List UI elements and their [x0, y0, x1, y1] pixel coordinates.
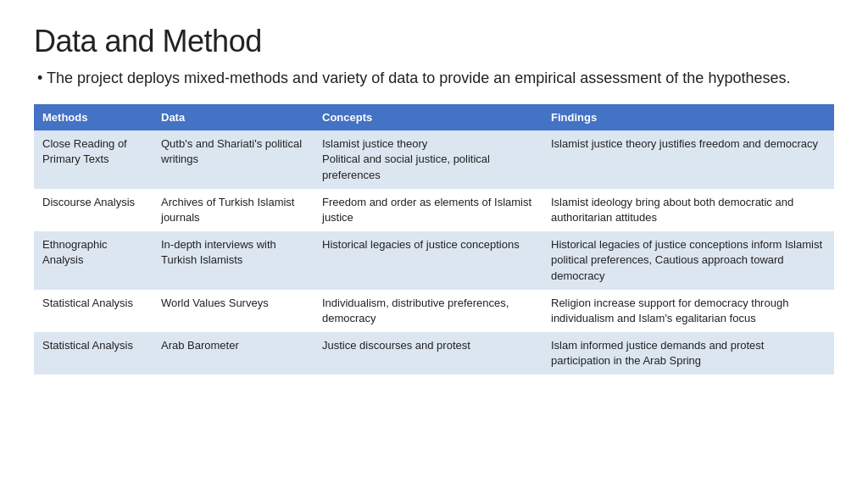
table-row: Close Reading of Primary TextsQutb's and… [34, 130, 834, 189]
cell-concepts: Historical legacies of justice conceptio… [314, 231, 542, 290]
table-row: Statistical AnalysisArab BarometerJustic… [34, 332, 834, 374]
cell-methods: Statistical Analysis [34, 290, 153, 332]
subtitle-text: The project deploys mixed-methods and va… [34, 68, 834, 89]
cell-methods: Statistical Analysis [34, 332, 153, 374]
cell-data: Qutb's and Shariati's political writings [153, 130, 314, 189]
table-header-row: Methods Data Concepts Findings [34, 104, 834, 130]
cell-concepts: Individualism, distributive preferences,… [314, 290, 542, 332]
table-container: Methods Data Concepts Findings Close Rea… [34, 104, 834, 471]
page-title: Data and Method [34, 24, 834, 59]
cell-findings: Historical legacies of justice conceptio… [542, 231, 834, 290]
table-row: Ethnographic AnalysisIn-depth interviews… [34, 231, 834, 290]
cell-methods: Discourse Analysis [34, 189, 153, 231]
cell-data: In-depth interviews with Turkish Islamis… [153, 231, 314, 290]
cell-concepts: Justice discourses and protest [314, 332, 542, 374]
cell-methods: Close Reading of Primary Texts [34, 130, 153, 189]
cell-findings: Islam informed justice demands and prote… [542, 332, 834, 374]
header-findings: Findings [542, 104, 834, 130]
table-row: Statistical AnalysisWorld Values Surveys… [34, 290, 834, 332]
cell-data: World Values Surveys [153, 290, 314, 332]
header-methods: Methods [34, 104, 153, 130]
table-row: Discourse AnalysisArchives of Turkish Is… [34, 189, 834, 231]
header-data: Data [153, 104, 314, 130]
cell-data: Archives of Turkish Islamist journals [153, 189, 314, 231]
data-method-table: Methods Data Concepts Findings Close Rea… [34, 104, 834, 374]
cell-findings: Islamist justice theory justifies freedo… [542, 130, 834, 189]
cell-concepts: Freedom and order as elements of Islamis… [314, 189, 542, 231]
cell-data: Arab Barometer [153, 332, 314, 374]
cell-methods: Ethnographic Analysis [34, 231, 153, 290]
header-concepts: Concepts [314, 104, 542, 130]
slide: Data and Method The project deploys mixe… [0, 0, 868, 488]
cell-concepts: Islamist justice theoryPolitical and soc… [314, 130, 542, 189]
cell-findings: Religion increase support for democracy … [542, 290, 834, 332]
cell-findings: Islamist ideology bring about both democ… [542, 189, 834, 231]
